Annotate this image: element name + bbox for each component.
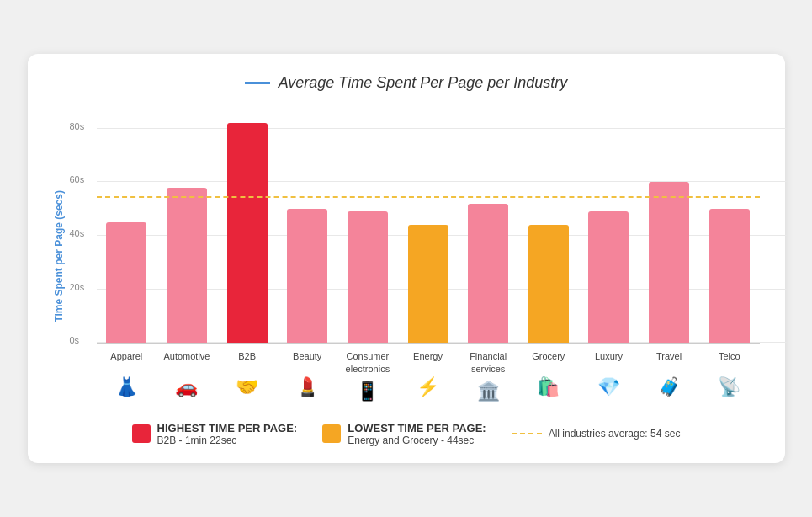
- bar-7: [528, 225, 569, 343]
- title-line-icon: [245, 82, 270, 84]
- bar-group-1: [157, 107, 217, 343]
- x-label-text-2: B2B: [238, 347, 256, 370]
- bar-4: [348, 211, 388, 343]
- bar-group-7: [518, 107, 579, 343]
- chart-inner: 0s20s40s60s80s Apparel👗Automotive🚗B2B🤝Be…: [70, 107, 760, 407]
- chart-container: Average Time Spent Per Page per Industry…: [28, 54, 785, 463]
- x-label-group-1: Automotive🚗: [157, 347, 217, 407]
- bar-group-0: [97, 107, 157, 343]
- x-icon-3: 💄: [296, 372, 319, 402]
- x-icon-2: 🤝: [236, 372, 258, 402]
- legend-lowest: LOWEST TIME PER PAGE: Energy and Grocery…: [322, 422, 486, 446]
- x-label-text-10: Telco: [719, 347, 740, 370]
- bars-and-grid: 0s20s40s60s80s: [70, 107, 760, 343]
- chart-title-text: Average Time Spent Per Page per Industry: [279, 74, 568, 92]
- legend-lowest-label: LOWEST TIME PER PAGE:: [348, 422, 486, 434]
- x-label-group-10: Telco📡: [699, 347, 760, 407]
- x-icon-5: ⚡: [417, 372, 439, 402]
- legend-avg: All industries average: 54 sec: [512, 428, 681, 440]
- y-axis-label: Time Spent per Page (secs): [53, 107, 65, 407]
- chart-area: Time Spent per Page (secs) 0s20s40s60s80…: [53, 107, 760, 407]
- x-icon-7: 🛍️: [537, 372, 560, 402]
- base-line: [97, 343, 760, 344]
- legend-highest-sub: B2B - 1min 22sec: [157, 434, 237, 446]
- bar-2: [227, 123, 268, 343]
- bar-1: [167, 188, 207, 344]
- x-label-text-5: Energy: [413, 347, 443, 370]
- legend-box-red: [132, 424, 151, 443]
- average-line: [97, 196, 760, 198]
- legend-highest: HIGHEST TIME PER PAGE: B2B - 1min 22sec: [132, 422, 298, 446]
- x-label-group-8: Luxury💎: [579, 347, 640, 407]
- legend-avg-text: All industries average: 54 sec: [549, 428, 681, 440]
- bar-group-3: [277, 107, 337, 343]
- legend-lowest-sub: Energy and Grocery - 44sec: [348, 434, 474, 446]
- x-icon-6: 🏛️: [477, 376, 500, 407]
- bar-group-8: [579, 107, 640, 343]
- x-label-text-6: Financial services: [458, 347, 518, 375]
- bar-8: [588, 211, 629, 343]
- bar-group-5: [398, 107, 459, 343]
- x-icon-0: 👗: [115, 372, 138, 402]
- bar-3: [287, 209, 327, 343]
- chart-title: Average Time Spent Per Page per Industry: [53, 74, 760, 92]
- bar-5: [408, 225, 448, 343]
- x-label-group-0: Apparel👗: [97, 347, 157, 407]
- bar-group-9: [639, 107, 699, 343]
- legend-highest-label: HIGHEST TIME PER PAGE:: [157, 422, 298, 434]
- x-labels: Apparel👗Automotive🚗B2B🤝Beauty💄Consumer e…: [70, 347, 760, 407]
- bar-6: [468, 204, 508, 343]
- x-label-group-7: Grocery🛍️: [518, 347, 579, 407]
- bar-group-6: [458, 107, 518, 343]
- legend-dashed-line: [512, 433, 542, 434]
- x-label-text-3: Beauty: [293, 347, 321, 370]
- x-label-text-1: Automotive: [163, 347, 210, 370]
- bars-wrapper: [70, 107, 760, 343]
- x-icon-4: 📱: [356, 376, 379, 407]
- x-icon-9: 🧳: [658, 372, 681, 402]
- x-label-text-8: Luxury: [595, 347, 623, 370]
- bar-group-10: [699, 107, 760, 343]
- bar-group-4: [337, 107, 398, 343]
- legend: HIGHEST TIME PER PAGE: B2B - 1min 22sec …: [53, 422, 760, 446]
- x-label-text-4: Consumer electronics: [337, 347, 398, 375]
- x-label-group-5: Energy⚡: [398, 347, 459, 407]
- x-label-text-0: Apparel: [110, 347, 142, 370]
- x-label-text-9: Travel: [656, 347, 682, 370]
- x-label-group-2: B2B🤝: [217, 347, 278, 407]
- bar-group-2: [217, 107, 278, 343]
- bar-9: [649, 182, 689, 343]
- bar-0: [106, 222, 146, 343]
- x-label-text-7: Grocery: [532, 347, 565, 370]
- x-icon-8: 💎: [597, 372, 620, 402]
- x-label-group-9: Travel🧳: [639, 347, 699, 407]
- x-label-group-4: Consumer electronics📱: [337, 347, 398, 407]
- bar-10: [709, 209, 750, 343]
- x-label-group-3: Beauty💄: [277, 347, 337, 407]
- x-icon-10: 📡: [718, 372, 740, 402]
- legend-box-orange: [322, 424, 341, 443]
- x-icon-1: 🚗: [175, 372, 198, 402]
- x-label-group-6: Financial services🏛️: [458, 347, 518, 407]
